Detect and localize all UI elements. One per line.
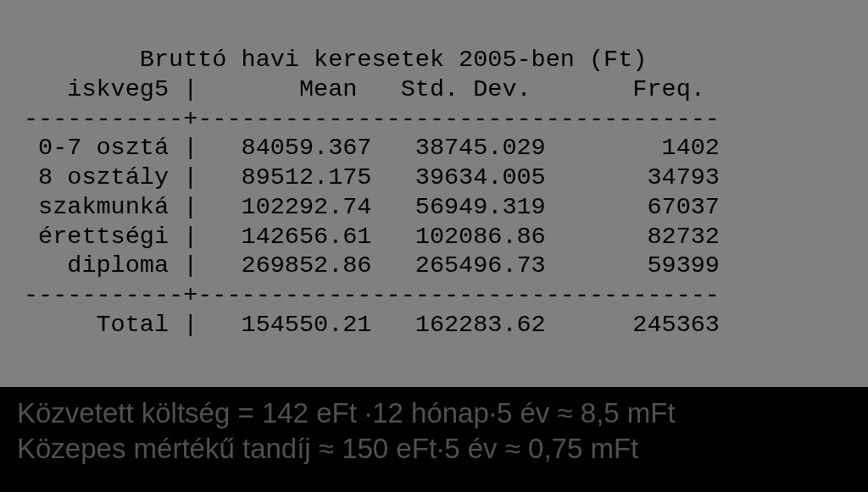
- caption-line-2: Közepes mértékű tandíj ≈ 150 eFt·5 év ≈ …: [17, 431, 851, 467]
- stats-table-panel: Bruttó havi keresetek 2005-ben (Ft) iskv…: [0, 0, 868, 387]
- table-header: iskveg5 | Mean Std. Dev. Freq.: [24, 75, 705, 103]
- table-divider: -----------+----------------------------…: [24, 105, 720, 133]
- table-divider: -----------+----------------------------…: [24, 281, 720, 309]
- stats-table: Bruttó havi keresetek 2005-ben (Ft) iskv…: [24, 46, 720, 340]
- table-total: Total | 154550.21 162283.62 245363: [24, 311, 720, 339]
- table-row: 0-7 osztá | 84059.367 38745.029 1402: [24, 134, 720, 162]
- table-row: diploma | 269852.86 265496.73 59399: [24, 252, 720, 279]
- caption-line-1: Közvetett költség = 142 eFt ·12 hónap·5 …: [17, 395, 851, 431]
- table-row: érettségi | 142656.61 102086.86 82732: [24, 223, 720, 251]
- table-row: 8 osztály | 89512.175 39634.005 34793: [24, 163, 720, 191]
- caption-panel: Közvetett költség = 142 eFt ·12 hónap·5 …: [0, 387, 868, 492]
- table-title: Bruttó havi keresetek 2005-ben (Ft): [24, 46, 647, 74]
- table-row: szakmunká | 102292.74 56949.319 67037: [24, 193, 720, 221]
